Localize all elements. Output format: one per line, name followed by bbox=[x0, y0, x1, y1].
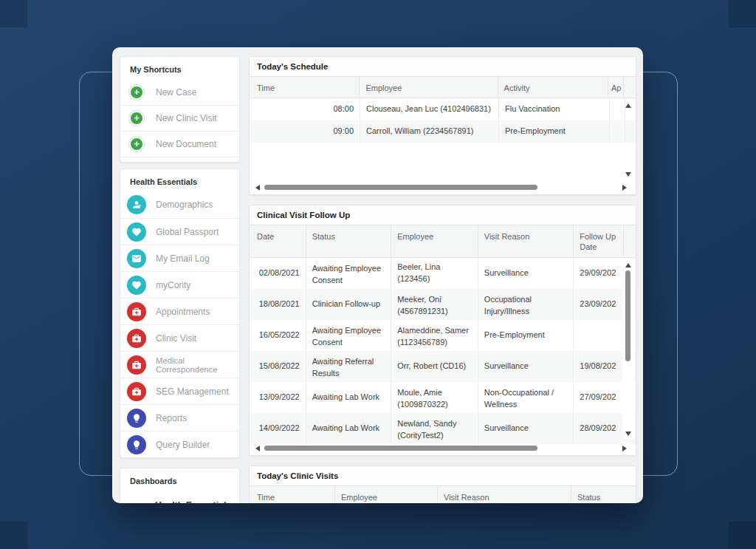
desktop-background: My Shortcuts + New Case + New Clinic Vis… bbox=[0, 0, 756, 549]
panel-title: Today's Clinic Visits bbox=[250, 466, 636, 485]
envelope-icon bbox=[127, 249, 146, 268]
scroll-down-icon[interactable] bbox=[625, 432, 631, 436]
schedule-row[interactable]: 09:00 Carroll, William (2234567891) Pre-… bbox=[250, 120, 636, 143]
cell-date: 02/08/2021 bbox=[250, 258, 306, 289]
column-header-employee[interactable]: Employee bbox=[360, 77, 498, 98]
sidebar-item-label: Health Essentials bbox=[155, 500, 232, 503]
sidebar-item-dashboard-health-essentials[interactable]: Health Essentials bbox=[120, 491, 239, 503]
cell-time: 09:00 bbox=[250, 120, 360, 143]
scroll-left-icon[interactable] bbox=[255, 446, 260, 451]
heart-icon bbox=[127, 222, 146, 242]
cell-visit-reason: Surveillance bbox=[478, 258, 574, 289]
sidebar-item-label: myCority bbox=[156, 280, 190, 290]
person-key-icon bbox=[127, 195, 146, 214]
lightbulb-icon bbox=[127, 409, 146, 428]
sidebar-item-label: New Case bbox=[156, 87, 196, 98]
my-shortcuts-card: My Shortcuts + New Case + New Clinic Vis… bbox=[120, 56, 240, 163]
column-header-activity[interactable]: Activity bbox=[498, 77, 608, 98]
cell-activity: Flu Vaccination bbox=[499, 98, 610, 120]
sidebar-item-reports[interactable]: Reports bbox=[120, 404, 239, 431]
scroll-right-icon[interactable] bbox=[622, 446, 627, 451]
sidebar-item-label: My Email Log bbox=[156, 253, 210, 264]
column-header-time[interactable]: Time bbox=[250, 486, 335, 503]
sidebar-item-new-clinic-visit[interactable]: + New Clinic Visit bbox=[120, 105, 239, 131]
section-title: Health Essentials bbox=[120, 169, 239, 191]
sidebar-item-label: Query Builder bbox=[156, 440, 210, 450]
sidebar-item-appointments[interactable]: Appointments bbox=[120, 298, 239, 324]
cell-status: Clinician Follow-up bbox=[306, 289, 392, 320]
follow-up-row[interactable]: 13/09/2022 Awaiting Lab Work Moule, Amie… bbox=[250, 382, 636, 413]
sidebar-item-seg-management[interactable]: SEG Management bbox=[120, 378, 239, 404]
medical-bag-icon bbox=[127, 302, 146, 321]
dashboards-card: Dashboards Health Essentials bbox=[120, 468, 240, 503]
cell-date: 16/05/2022 bbox=[250, 320, 306, 351]
dashboard-window: My Shortcuts + New Case + New Clinic Vis… bbox=[112, 47, 643, 503]
follow-up-row[interactable]: 02/08/2021 Awaiting Employee Consent Bee… bbox=[250, 258, 636, 289]
sidebar-item-label: Appointments bbox=[156, 307, 210, 317]
column-header-time[interactable]: Time bbox=[250, 77, 360, 98]
column-header-ap[interactable]: Ap bbox=[608, 77, 624, 98]
scroll-left-icon[interactable] bbox=[255, 185, 260, 191]
follow-up-row[interactable]: 18/08/2021 Clinician Follow-up Meeker, O… bbox=[250, 289, 636, 320]
schedule-row[interactable]: 08:00 Clouseau, Jean Luc (4102496831) Fl… bbox=[250, 98, 636, 120]
column-header-visit-reason[interactable]: Visit Reason bbox=[438, 486, 571, 503]
sidebar-item-mycority[interactable]: myCority bbox=[120, 271, 239, 298]
sidebar-item-global-passport[interactable]: Global Passport bbox=[120, 218, 239, 245]
column-header-employee[interactable]: Employee bbox=[335, 486, 438, 503]
follow-up-row[interactable]: 15/08/2022 Awaiting Referral Results Orr… bbox=[250, 351, 636, 382]
section-title: Dashboards bbox=[120, 468, 239, 491]
plus-icon: + bbox=[128, 110, 145, 126]
scroll-up-icon[interactable] bbox=[625, 263, 631, 267]
column-header-follow-up-date[interactable]: Follow Up Date bbox=[574, 225, 624, 257]
sidebar-item-clinic-visit[interactable]: Clinic Visit bbox=[120, 324, 239, 351]
cell-date: 14/09/2022 bbox=[250, 413, 306, 444]
vertical-scrollbar[interactable] bbox=[622, 99, 634, 180]
sidebar-item-new-case[interactable]: + New Case bbox=[120, 79, 239, 105]
sidebar-item-label: Medical Correspondence bbox=[156, 356, 239, 374]
panel-title: Clinical Visit Follow Up bbox=[250, 205, 636, 225]
cell-visit-reason: Pre-Employment bbox=[478, 320, 574, 351]
sidebar-item-new-document[interactable]: + New Document bbox=[120, 131, 239, 157]
cell-employee: Clouseau, Jean Luc (4102496831) bbox=[360, 98, 499, 120]
sidebar-item-my-email-log[interactable]: My Email Log bbox=[120, 245, 239, 271]
scroll-up-icon[interactable] bbox=[625, 103, 631, 108]
follow-up-row[interactable]: 14/09/2022 Awaiting Lab Work Newland, Sa… bbox=[250, 413, 636, 444]
health-essentials-card: Health Essentials Demographics Global Pa… bbox=[120, 168, 240, 458]
scrollbar-thumb[interactable] bbox=[264, 446, 537, 451]
scroll-right-icon[interactable] bbox=[622, 185, 627, 191]
column-header-date[interactable]: Date bbox=[250, 225, 306, 257]
cell-status: Awaiting Lab Work bbox=[306, 382, 392, 413]
cell-date: 18/08/2021 bbox=[250, 289, 306, 320]
vertical-scrollbar[interactable] bbox=[622, 260, 634, 439]
cell-visit-reason: Occupational Injury/Illness bbox=[478, 289, 574, 320]
cell-time: 08:00 bbox=[250, 98, 360, 120]
scrollbar-thumb[interactable] bbox=[625, 270, 630, 361]
horizontal-scrollbar[interactable] bbox=[250, 442, 636, 454]
medical-bag-icon bbox=[127, 382, 146, 401]
cell-visit-reason: Surveillance bbox=[478, 413, 574, 444]
column-header-status[interactable]: Status bbox=[306, 225, 392, 257]
table-header: Time Employee Visit Reason Status bbox=[250, 485, 636, 503]
scroll-down-icon[interactable] bbox=[625, 172, 631, 177]
column-header-status[interactable]: Status bbox=[571, 486, 636, 503]
column-header-visit-reason[interactable]: Visit Reason bbox=[478, 225, 574, 257]
medical-bag-icon bbox=[127, 355, 146, 375]
clinical-visit-follow-up-panel: Clinical Visit Follow Up Date Status Emp… bbox=[249, 205, 636, 456]
sidebar-item-label: Demographics bbox=[156, 200, 213, 210]
sidebar-item-demographics[interactable]: Demographics bbox=[120, 191, 239, 218]
horizontal-scrollbar[interactable] bbox=[250, 181, 636, 194]
table-header: Date Status Employee Visit Reason Follow… bbox=[250, 225, 636, 258]
heart-icon bbox=[127, 276, 146, 295]
plus-icon: + bbox=[128, 84, 145, 100]
cell-date: 15/08/2022 bbox=[250, 351, 306, 382]
follow-up-row[interactable]: 16/05/2022 Awaiting Employee Consent Ala… bbox=[250, 320, 636, 351]
sidebar-item-medical-correspondence[interactable]: Medical Correspondence bbox=[120, 351, 239, 378]
sidebar-item-query-builder[interactable]: Query Builder bbox=[120, 431, 239, 457]
plus-icon: + bbox=[128, 136, 145, 152]
column-header-employee[interactable]: Employee bbox=[391, 225, 478, 257]
scrollbar-thumb[interactable] bbox=[264, 185, 537, 190]
medical-bag-icon bbox=[127, 329, 146, 348]
todays-schedule-panel: Today's Schedule Time Employee Activity … bbox=[249, 56, 636, 195]
cell-activity: Pre-Employment bbox=[499, 120, 610, 143]
cell-employee: Orr, Robert (CD16) bbox=[391, 351, 478, 382]
